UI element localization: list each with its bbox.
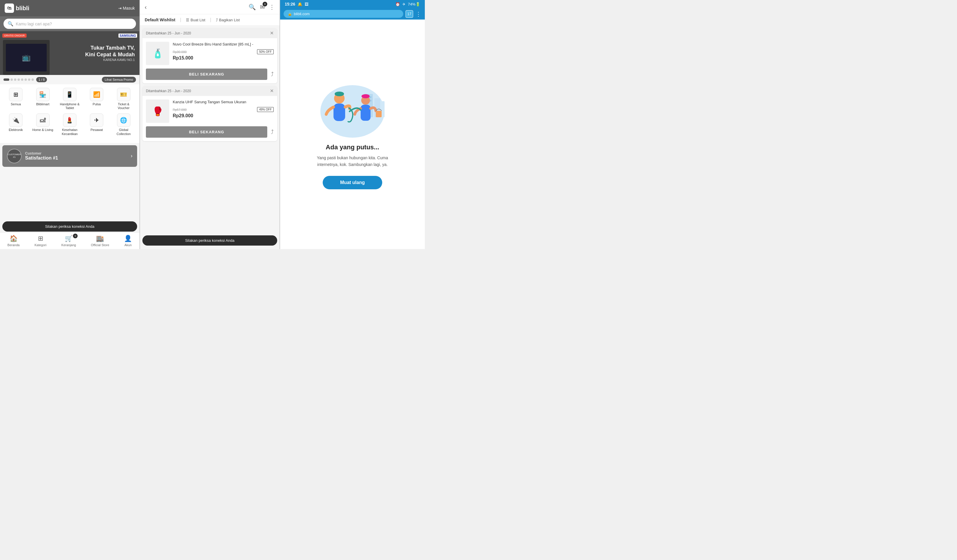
category-home-living[interactable]: 🛋 Home & Living <box>31 114 55 136</box>
dot-7[interactable] <box>28 79 30 81</box>
satisfaction-banner[interactable]: CUSTOMER#1 Customer Satisfaction #1 › <box>2 145 137 167</box>
item-2-info: Kanzia UHF Sarung Tangan Semua Ukuran Rp… <box>173 99 274 118</box>
banner-dots: 1 / 8 Lihat Semua Promo <box>0 75 139 84</box>
reload-button[interactable]: Muat ulang <box>323 176 382 189</box>
semua-icon: ⊞ <box>9 88 22 101</box>
browser-url-bar: 🔒 blibli.com 17 ⋮ <box>280 8 425 19</box>
masuk-label: Masuk <box>123 6 135 11</box>
item-2-discount: 49% OFF <box>257 107 274 112</box>
dot-2[interactable] <box>11 79 13 81</box>
pulsa-icon: 📶 <box>90 88 103 101</box>
footer-keranjang[interactable]: 🛒 0 Keranjang <box>61 235 76 247</box>
item-1-actions: BELI SEKARANG ⤴ <box>142 69 277 84</box>
footer-official-store[interactable]: 🏬 Official Store <box>91 235 109 247</box>
ticket-icon: 🎫 <box>117 88 130 101</box>
home-icon: 🛋 <box>36 114 50 127</box>
dot-3[interactable] <box>14 79 16 81</box>
category-kesehatan[interactable]: 💄 Kesehatan Kecantikan <box>58 114 81 136</box>
category-bliblimart[interactable]: 🏪 Bliblimart <box>31 88 55 110</box>
pesawat-label: Pesawat <box>90 128 103 132</box>
promo-banner[interactable]: GRATIS ONGKIR SAMSUNG 📺 Tukar Tambah TV,… <box>0 31 139 75</box>
keranjang-label: Keranjang <box>61 243 76 247</box>
kesehatan-icon: 💄 <box>63 114 76 127</box>
satisfaction-badge: CUSTOMER#1 <box>7 149 22 163</box>
masuk-button[interactable]: ⇥ Masuk <box>118 6 135 11</box>
beranda-icon: 🏠 <box>9 235 17 242</box>
item-1-close[interactable]: ✕ <box>270 30 274 36</box>
page-indicator: 1 / 8 <box>36 77 47 82</box>
more-icon[interactable]: ⋮ <box>269 3 275 11</box>
kesehatan-label: Kesehatan Kecantikan <box>58 128 81 136</box>
back-button[interactable]: ‹ <box>145 4 147 11</box>
item-1-original-price: Rp30.000 <box>173 50 187 54</box>
item-1-final-price: Rp15.000 <box>173 55 274 61</box>
tv-illustration: 📺 <box>3 40 50 75</box>
home-label: Home & Living <box>32 128 54 132</box>
wishlist-item-2: Ditambahkan 25 - Jun - 2020 ✕ 🥊 Kanzia U… <box>142 86 277 141</box>
buat-list-button[interactable]: ☰ Buat List <box>186 18 205 22</box>
dot-4[interactable] <box>17 79 20 81</box>
item-1-image: 🧴 <box>146 42 169 65</box>
category-handphone-tablet[interactable]: 📱 Handphone & Tablet <box>58 88 81 110</box>
error-title: Ada yang putus... <box>325 144 379 151</box>
footer-kategori[interactable]: ⊞ Kategori <box>35 235 46 247</box>
dot-1[interactable] <box>3 79 9 81</box>
item-2-close[interactable]: ✕ <box>270 88 274 94</box>
category-pulsa[interactable]: 📶 Pulsa <box>85 88 108 110</box>
badge-text: CUSTOMER#1 <box>8 153 21 159</box>
offline-banner: Silakan periksa koneksi Anda <box>2 221 137 232</box>
akun-label: Akun <box>124 243 131 247</box>
default-wishlist-tab[interactable]: Default Wishlist <box>145 17 175 22</box>
status-left: 15:26 🔔 🖼 <box>285 2 308 6</box>
bagikan-list-button[interactable]: ⤴ Bagikan List <box>216 18 240 22</box>
banner-title-line2: Kini Cepat & Mudah <box>85 51 135 58</box>
footer-akun[interactable]: 👤 Akun <box>124 235 132 247</box>
cart-icon[interactable]: ✉ 0 <box>260 3 265 11</box>
search-icon[interactable]: 🔍 <box>249 3 256 11</box>
dot-8[interactable] <box>32 79 34 81</box>
item-1-share-button[interactable]: ⤴ <box>271 71 274 77</box>
item-2-name: Kanzia UHF Sarung Tangan Semua Ukuran <box>173 99 274 105</box>
battery-indicator: 74%🔋 <box>408 2 420 6</box>
category-semua[interactable]: ⊞ Semua <box>4 88 27 110</box>
svg-rect-15 <box>361 105 371 121</box>
ticket-label: Ticket & Voucher <box>112 103 135 110</box>
airplane-icon: ✈ <box>402 2 406 6</box>
elektronik-icon: 🔌 <box>9 114 22 127</box>
browser-status-bar: 15:26 🔔 🖼 ⏰ ✈ 74%🔋 <box>280 0 425 8</box>
satisfaction-arrow: › <box>131 153 133 159</box>
buat-list-label: Buat List <box>191 18 205 22</box>
category-ticket-voucher[interactable]: 🎫 Ticket & Voucher <box>112 88 135 110</box>
svg-rect-11 <box>333 104 345 121</box>
status-right: ⏰ ✈ 74%🔋 <box>395 2 420 6</box>
item-2-header: Ditambahkan 25 - Jun - 2020 ✕ <box>142 86 277 96</box>
bagikan-label: Bagikan List <box>219 18 240 22</box>
logo-icon: 🛍 <box>5 3 14 13</box>
item-2-share-button[interactable]: ⤴ <box>271 129 274 135</box>
bliblimart-icon: 🏪 <box>36 88 50 101</box>
url-box[interactable]: 🔒 blibli.com <box>284 10 403 18</box>
search-icon: 🔍 <box>8 21 13 27</box>
tab-count[interactable]: 17 <box>406 10 413 18</box>
panel-browser: 15:26 🔔 🖼 ⏰ ✈ 74%🔋 🔒 blibli.com 17 ⋮ <box>280 0 425 249</box>
p2-offline-banner: Silakan periksa koneksi Anda <box>142 235 277 246</box>
promo-button[interactable]: Lihat Semua Promo <box>102 77 136 82</box>
browser-more-icon[interactable]: ⋮ <box>415 11 421 17</box>
search-placeholder: Kamu lagi cari apa? <box>16 22 52 26</box>
category-elektronik[interactable]: 🔌 Elektronik <box>4 114 27 136</box>
search-input-wrap[interactable]: 🔍 Kamu lagi cari apa? <box>3 19 136 29</box>
item-2-date: Ditambahkan 25 - Jun - 2020 <box>146 89 191 93</box>
footer-beranda[interactable]: 🏠 Beranda <box>8 235 20 247</box>
category-pesawat[interactable]: ✈ Pesawat <box>85 114 108 136</box>
item-1-buy-button[interactable]: BELI SEKARANG <box>146 69 267 80</box>
item-1-name: Nuvo Cool Breeze Biru Hand Sanitizer [85… <box>173 42 274 47</box>
pesawat-icon: ✈ <box>90 114 103 127</box>
category-global[interactable]: 🌐 Global Collection <box>112 114 135 136</box>
svg-rect-14 <box>362 95 369 97</box>
dot-5[interactable] <box>21 79 23 81</box>
item-2-actions: BELI SEKARANG ⤴ <box>142 126 277 141</box>
dot-6[interactable] <box>25 79 27 81</box>
elektronik-label: Elektronik <box>9 128 23 132</box>
item-2-buy-button[interactable]: BELI SEKARANG <box>146 126 267 138</box>
bliblimart-label: Bliblimart <box>36 103 49 106</box>
